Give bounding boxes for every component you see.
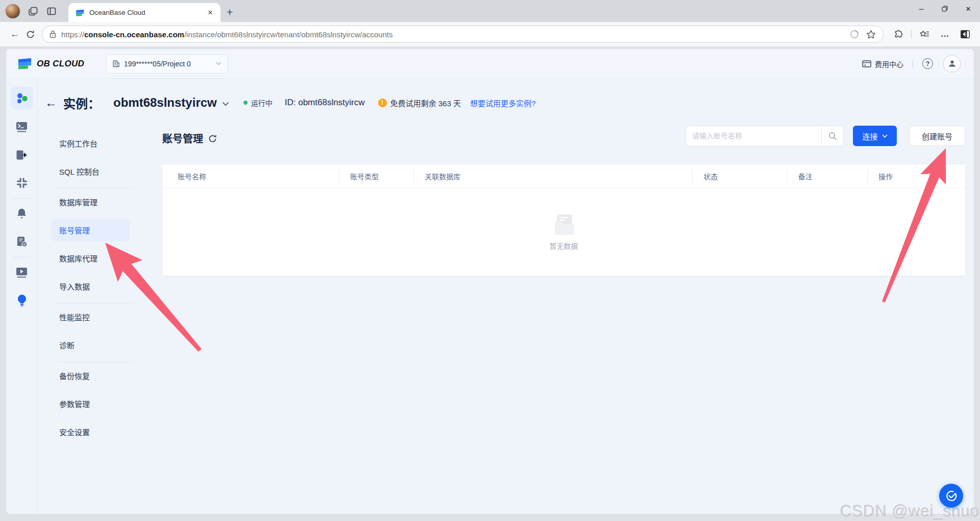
refresh-list-icon[interactable] bbox=[208, 134, 217, 143]
extensions-icon[interactable] bbox=[891, 27, 906, 42]
rail-item-tips[interactable] bbox=[16, 294, 28, 306]
rail-divider bbox=[13, 198, 31, 199]
trial-remaining-text: 免费试用剩余 363 天 bbox=[390, 98, 461, 108]
copilot-sidebar-icon[interactable] bbox=[958, 27, 973, 42]
column-actions: 操作 bbox=[867, 171, 965, 181]
chevron-down-icon bbox=[882, 134, 888, 138]
workspaces-icon[interactable] bbox=[28, 6, 39, 17]
tab-title: OceanBase Cloud bbox=[89, 9, 201, 16]
table-header-row: 账号名称 账号类型 关联数据库 状态 备注 操作 bbox=[162, 164, 965, 188]
sidebar-item-diagnostics[interactable]: 诊断 bbox=[51, 334, 130, 356]
connect-label: 连接 bbox=[862, 131, 877, 141]
browser-tab-bar: OceanBase Cloud ✕ + ─ ✕ bbox=[0, 0, 980, 22]
instance-submenu: 实例工作台 SQL 控制台 数据库管理 账号管理 数据库代理 导入数据 性能监控… bbox=[38, 123, 147, 514]
url-host: console-cn.oceanbase.com bbox=[84, 30, 184, 39]
search-button[interactable] bbox=[821, 126, 844, 146]
column-account-type: 账号类型 bbox=[339, 171, 413, 181]
status-dot bbox=[243, 101, 248, 105]
rail-item-sql-console[interactable] bbox=[16, 121, 28, 133]
back-icon[interactable]: ← bbox=[7, 27, 22, 42]
rail-item-instances[interactable] bbox=[11, 87, 33, 109]
app-header: OB CLOUD 199******05/Project 0 费用中心 bbox=[6, 49, 974, 79]
sidebar-item-performance-monitoring[interactable]: 性能监控 bbox=[51, 305, 130, 328]
sidebar-item-security-settings[interactable]: 安全设置 bbox=[51, 420, 130, 443]
organization-icon bbox=[112, 60, 120, 67]
billing-label: 费用中心 bbox=[875, 59, 903, 69]
instance-name: obmt68slnstyircw bbox=[113, 96, 217, 110]
submenu-divider bbox=[57, 188, 134, 188]
sidebar-item-database-proxy[interactable]: 数据库代理 bbox=[51, 247, 130, 269]
ob-cloud-logo[interactable]: OB CLOUD bbox=[17, 58, 84, 69]
column-status: 状态 bbox=[692, 171, 787, 181]
instance-switch-chevron-icon[interactable] bbox=[222, 102, 229, 106]
table-body: 暂无数据 bbox=[162, 188, 965, 276]
ob-cloud-logo-icon bbox=[17, 58, 33, 69]
status-text: 运行中 bbox=[251, 98, 273, 108]
url-path: /instance/obmt68slnstyircw/tenant/obmt68… bbox=[184, 30, 393, 39]
column-remarks: 备注 bbox=[787, 171, 867, 181]
more-menu-icon[interactable]: … bbox=[937, 27, 952, 42]
account-search-input[interactable] bbox=[685, 126, 821, 146]
sidebar-item-database-management[interactable]: 数据库管理 bbox=[51, 191, 130, 213]
accounts-table: 账号名称 账号类型 关联数据库 状态 备注 操作 bbox=[162, 164, 965, 276]
page-title: 账号管理 bbox=[162, 131, 203, 146]
submenu-divider bbox=[57, 303, 134, 303]
back-to-instances-icon[interactable]: ← bbox=[45, 96, 57, 110]
billing-center-link[interactable]: 费用中心 bbox=[862, 59, 903, 69]
rail-item-alerts[interactable] bbox=[16, 207, 28, 220]
empty-state: 暂无数据 bbox=[550, 214, 578, 251]
browser-navbar: ← https://console-cn.oceanbase.com/insta… bbox=[0, 22, 980, 47]
url-scheme: https:// bbox=[61, 30, 84, 39]
instance-label: 实例： bbox=[63, 94, 100, 112]
sidebar-item-workbench[interactable]: 实例工作台 bbox=[51, 132, 130, 154]
sidebar-item-account-management[interactable]: 账号管理 bbox=[51, 219, 130, 241]
search-icon bbox=[828, 132, 837, 140]
oceanbase-console-page: OB CLOUD 199******05/Project 0 费用中心 bbox=[6, 49, 974, 514]
url-text[interactable]: https://console-cn.oceanbase.com/instanc… bbox=[61, 30, 850, 39]
sidebar-item-backup-restore[interactable]: 备份恢复 bbox=[51, 364, 130, 387]
new-tab-button[interactable]: + bbox=[227, 6, 233, 18]
address-bar[interactable]: https://console-cn.oceanbase.com/instanc… bbox=[42, 26, 884, 43]
favorites-bar-icon[interactable] bbox=[917, 27, 932, 42]
icon-rail bbox=[6, 79, 38, 514]
browser-tab-oceanbase[interactable]: OceanBase Cloud ✕ bbox=[68, 3, 220, 22]
billing-card-icon bbox=[862, 60, 871, 67]
project-selector-value: 199******05/Project 0 bbox=[124, 60, 212, 68]
account-management-content: 账号管理 bbox=[162, 125, 965, 514]
sidebar-item-sql-console[interactable]: SQL 控制台 bbox=[51, 160, 130, 182]
feedback-fab-button[interactable] bbox=[939, 484, 963, 508]
oceanbase-favicon bbox=[76, 9, 85, 16]
browser-viewport: OB CLOUD 199******05/Project 0 费用中心 bbox=[0, 47, 980, 521]
trial-more-link[interactable]: 想要试用更多实例? bbox=[470, 98, 535, 108]
user-avatar[interactable] bbox=[943, 55, 961, 73]
window-close-button[interactable]: ✕ bbox=[957, 0, 980, 17]
favorite-star-icon[interactable] bbox=[866, 30, 876, 39]
help-icon[interactable]: ? bbox=[922, 58, 933, 69]
check-circle-icon bbox=[945, 489, 958, 503]
create-account-button[interactable]: 创建账号 bbox=[909, 126, 965, 146]
instance-bar: ← 实例： obmt68slnstyircw 运行中 ID: obmt68sln… bbox=[38, 79, 974, 123]
rail-divider bbox=[13, 257, 31, 257]
sidebar-item-import-data[interactable]: 导入数据 bbox=[51, 275, 130, 297]
lock-icon bbox=[50, 30, 56, 38]
web-capture-icon[interactable] bbox=[850, 30, 859, 39]
tab-actions-icon[interactable] bbox=[46, 6, 57, 17]
window-restore-button[interactable] bbox=[933, 0, 957, 17]
instances-cluster-icon bbox=[15, 91, 29, 105]
instance-id: ID: obmt68slnstyircw bbox=[285, 98, 365, 108]
rail-item-audit[interactable] bbox=[16, 235, 28, 248]
sidebar-item-parameter-management[interactable]: 参数管理 bbox=[51, 392, 130, 415]
browser-profile-avatar[interactable] bbox=[5, 4, 20, 19]
chevron-down-icon bbox=[216, 62, 222, 65]
connect-button[interactable]: 连接 bbox=[853, 126, 897, 146]
trial-warning-icon: ! bbox=[378, 99, 387, 107]
rail-item-migration[interactable] bbox=[16, 149, 28, 161]
logo-text: OB CLOUD bbox=[37, 59, 84, 69]
project-selector[interactable]: 199******05/Project 0 bbox=[106, 54, 228, 74]
rail-item-integrations[interactable] bbox=[16, 177, 28, 189]
refresh-icon[interactable] bbox=[22, 27, 38, 42]
tab-close-icon[interactable]: ✕ bbox=[205, 8, 215, 18]
column-account-name: 账号名称 bbox=[162, 171, 339, 181]
window-minimize-button[interactable]: ─ bbox=[910, 0, 933, 17]
rail-item-tutorials[interactable] bbox=[16, 266, 28, 278]
